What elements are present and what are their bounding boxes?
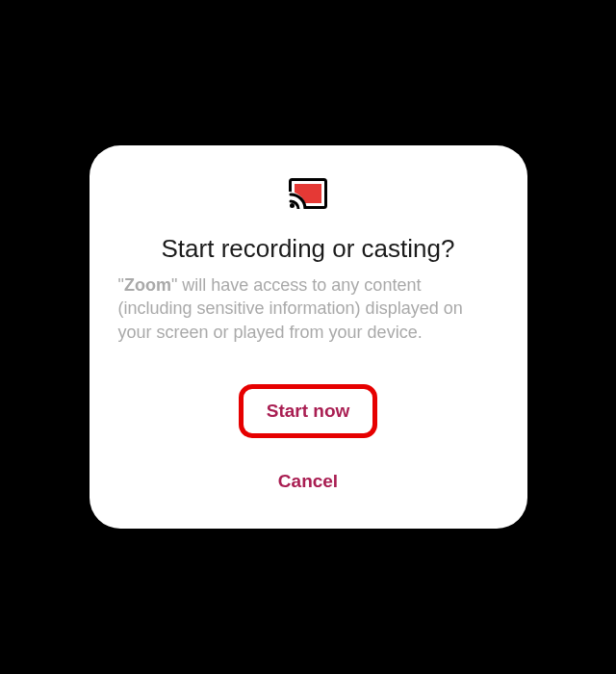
cancel-button-row: Cancel xyxy=(116,461,500,502)
svg-point-2 xyxy=(290,203,295,208)
start-now-button[interactable]: Start now xyxy=(257,395,360,428)
cancel-button[interactable]: Cancel xyxy=(255,461,361,502)
dialog-body: "Zoom" will have access to any content (… xyxy=(116,273,500,344)
dialog-title: Start recording or casting? xyxy=(162,234,455,264)
primary-button-highlight: Start now xyxy=(239,384,378,438)
primary-button-row: Start now xyxy=(116,384,500,461)
cast-icon xyxy=(289,178,327,213)
screen-capture-dialog: Start recording or casting? "Zoom" will … xyxy=(90,145,527,529)
dialog-appname: Zoom xyxy=(124,275,171,295)
